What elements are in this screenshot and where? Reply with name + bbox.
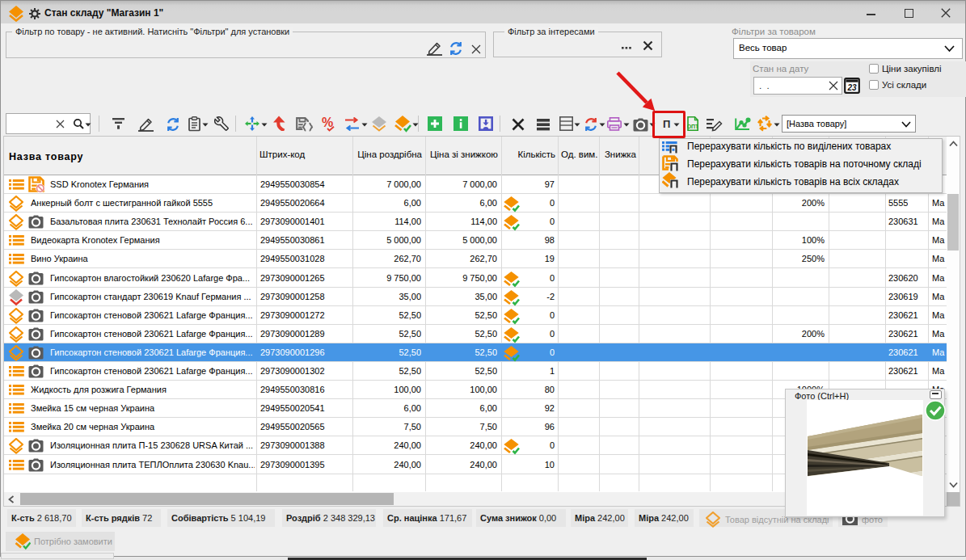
svg-text:23: 23 — [846, 83, 857, 92]
